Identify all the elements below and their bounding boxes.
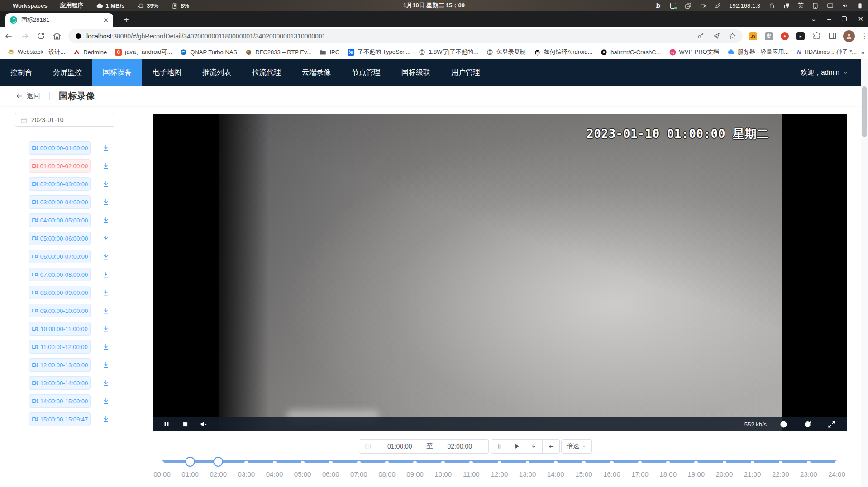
time-range-picker[interactable]: 01:00:00 至 02:00:00 <box>359 439 489 454</box>
window-close-button[interactable]: ✕ <box>858 15 863 22</box>
speed-dropdown[interactable]: 倍速 <box>561 439 592 454</box>
back-nav-icon[interactable] <box>1 28 16 44</box>
nav-tab-3[interactable]: 电子地图 <box>142 59 192 86</box>
bookmark-item-5[interactable]: IPC <box>315 47 343 57</box>
record-download-button[interactable] <box>102 144 110 151</box>
record-time-button[interactable]: 04:00:00-05:00:00 <box>29 213 91 227</box>
bookmark-item-7[interactable]: 1.8W字|了不起的... <box>415 47 482 57</box>
record-download-button[interactable] <box>102 397 110 405</box>
record-time-button[interactable]: 14:00:00-15:00:00 <box>29 394 91 408</box>
record-time-button[interactable]: 12:00:00-13:00:00 <box>29 358 91 372</box>
record-time-button[interactable]: 01:00:00-02:00:00 <box>29 159 91 173</box>
reload-icon[interactable] <box>33 28 49 44</box>
bookmark-item-9[interactable]: 如何编译Android... <box>530 47 597 57</box>
user-menu[interactable]: 欢迎，admin <box>801 59 861 86</box>
record-download-button[interactable] <box>102 325 110 332</box>
new-tab-button[interactable]: + <box>120 14 132 26</box>
url-bar[interactable]: localhost:38080/#/gbRecordDetail/3402000… <box>68 29 743 43</box>
home-icon[interactable] <box>49 28 65 44</box>
forward-nav-icon[interactable] <box>17 28 33 44</box>
snapshot-icon[interactable] <box>777 417 790 431</box>
volume-tray-icon[interactable] <box>841 2 849 9</box>
fullscreen-icon[interactable] <box>825 417 838 431</box>
bookmark-item-0[interactable]: Webstack - 设计... <box>4 47 69 57</box>
applications-menu[interactable]: 应用程序 <box>60 1 83 9</box>
tablet-tray-icon[interactable] <box>811 2 819 9</box>
tab-search-chevron-icon[interactable]: ⌄ <box>811 15 817 22</box>
side-panel-icon[interactable] <box>827 31 837 41</box>
record-download-button[interactable] <box>102 289 110 296</box>
pause-icon[interactable] <box>160 417 173 431</box>
nav-tab-4[interactable]: 推流列表 <box>192 59 242 86</box>
date-picker[interactable]: 2023-01-10 <box>15 113 114 127</box>
ip-address[interactable]: 192.168.1.3 <box>729 2 760 9</box>
extension-gray-icon[interactable]: 密 <box>764 31 774 41</box>
page-scrollbar[interactable] <box>861 59 868 487</box>
window-maximize-button[interactable] <box>842 16 847 21</box>
bookmark-item-6[interactable]: 知了不起的 TypeScri... <box>343 47 415 57</box>
end-time-input[interactable]: 02:00:00 <box>437 443 483 450</box>
nav-tab-2[interactable]: 国标设备 <box>92 59 142 86</box>
start-time-input[interactable]: 01:00:00 <box>377 443 423 450</box>
app-window-tray-icon[interactable] <box>669 2 677 9</box>
coffee-tray-icon[interactable] <box>699 2 706 9</box>
pause-button[interactable] <box>491 439 508 454</box>
bookmark-item-11[interactable]: WWVP-PRO文档 <box>665 47 723 57</box>
clock[interactable]: 1月10日 星期二 15：09 <box>403 1 465 9</box>
record-download-button[interactable] <box>102 361 110 369</box>
clipboard-tray-icon[interactable] <box>684 2 692 9</box>
nav-tab-9[interactable]: 用户管理 <box>441 59 491 86</box>
bookmark-item-2[interactable]: Cjava、android可... <box>111 47 176 57</box>
record-download-button[interactable] <box>102 162 110 170</box>
bookmark-item-13[interactable]: NHDAtmos :: 种子 *... <box>793 47 861 57</box>
bookmark-item-3[interactable]: QNAP Turbo NAS <box>176 47 241 57</box>
record-download-button[interactable] <box>102 199 110 206</box>
nav-tab-1[interactable]: 分屏监控 <box>43 59 92 86</box>
password-key-icon[interactable] <box>697 32 705 40</box>
record-time-button[interactable]: 06:00:00-07:00:00 <box>29 250 91 263</box>
replay-icon[interactable] <box>801 417 814 431</box>
seek-back-button[interactable] <box>543 439 560 454</box>
nav-tab-7[interactable]: 节点管理 <box>341 59 391 86</box>
site-info-icon[interactable] <box>75 33 82 40</box>
extension-dark-icon[interactable]: ▸ <box>796 31 806 41</box>
record-time-button[interactable]: 09:00:00-10:00:00 <box>29 304 91 317</box>
download-record-button[interactable] <box>525 439 543 454</box>
bookmark-item-10[interactable]: hairrrrr/C-CrashC... <box>596 47 665 57</box>
extension-js-icon[interactable]: JS <box>748 31 758 41</box>
bookmark-star-icon[interactable] <box>729 32 736 40</box>
record-time-button[interactable]: 11:00:00-12:00:00 <box>29 340 91 354</box>
record-time-button[interactable]: 02:00:00-03:00:00 <box>29 177 91 191</box>
share-icon[interactable] <box>713 32 720 40</box>
record-download-button[interactable] <box>102 235 110 242</box>
record-download-button[interactable] <box>102 253 110 260</box>
record-download-button[interactable] <box>102 180 110 188</box>
record-time-button[interactable]: 07:00:00-08:00:00 <box>29 268 91 281</box>
record-time-button[interactable]: 15:00:00-15:09:47 <box>29 412 91 426</box>
timeline-handle-1[interactable] <box>213 457 223 467</box>
nav-tab-5[interactable]: 拉流代理 <box>242 59 291 86</box>
color-picker-tray-icon[interactable] <box>714 2 721 9</box>
bookmark-item-1[interactable]: Redmine <box>69 47 111 57</box>
tab-close-icon[interactable]: ✕ <box>103 17 109 24</box>
browser-menu-icon[interactable]: ⋮ <box>861 32 868 40</box>
record-download-button[interactable] <box>102 416 110 423</box>
record-time-button[interactable]: 05:00:00-06:00:00 <box>29 232 91 245</box>
scrollbar-thumb[interactable] <box>862 86 867 137</box>
record-time-button[interactable]: 10:00:00-11:00:00 <box>29 322 91 336</box>
home-tray-icon[interactable] <box>768 2 775 9</box>
mute-icon[interactable] <box>197 417 210 431</box>
bookmark-item-12[interactable]: 服务器 - 轻量应用... <box>723 47 793 57</box>
timeline-handle-0[interactable] <box>185 457 195 467</box>
record-download-button[interactable] <box>102 271 110 278</box>
nav-tab-8[interactable]: 国标级联 <box>391 59 441 86</box>
play-button[interactable] <box>508 439 525 454</box>
record-download-button[interactable] <box>102 379 110 387</box>
bookmarks-overflow-icon[interactable]: » <box>861 48 868 56</box>
profile-avatar[interactable] <box>843 30 855 42</box>
browser-tab[interactable]: 国标28181 ✕ <box>5 13 113 27</box>
nav-tab-0[interactable]: 控制台 <box>0 59 43 86</box>
record-download-button[interactable] <box>102 217 110 224</box>
record-time-button[interactable]: 03:00:00-04:00:00 <box>29 195 91 209</box>
nav-tab-6[interactable]: 云端录像 <box>291 59 341 86</box>
